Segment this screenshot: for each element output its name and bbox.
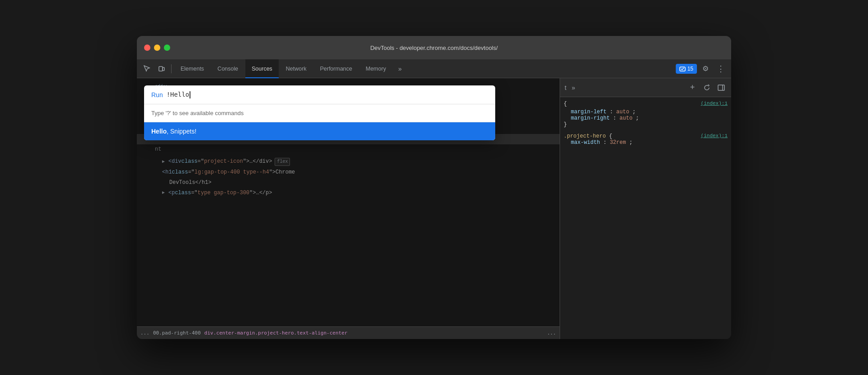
tab-console[interactable]: Console xyxy=(211,59,244,78)
text-cursor xyxy=(190,91,190,98)
svg-rect-1 xyxy=(163,67,164,71)
svg-rect-0 xyxy=(159,67,163,71)
toolbar-divider xyxy=(171,64,172,73)
traffic-lights xyxy=(144,45,170,51)
toolbar-right: 15 ⚙ ⋮ xyxy=(676,62,728,76)
titlebar: DevTools - developer.chrome.com/docs/dev… xyxy=(137,36,731,59)
window-title: DevTools - developer.chrome.com/docs/dev… xyxy=(370,45,497,51)
command-input[interactable]: !Hello xyxy=(167,91,488,98)
command-input-row: Run !Hello xyxy=(144,85,495,104)
breadcrumb-item-2[interactable]: div.center-margin.project-hero.text-alig… xyxy=(204,330,348,336)
command-result-item[interactable]: Hello , Snippets! xyxy=(144,122,495,140)
refresh-style-icon[interactable] xyxy=(701,81,713,94)
css-source-1[interactable]: (index):1 xyxy=(701,101,728,106)
add-style-icon[interactable]: + xyxy=(686,81,699,94)
main-content: ▶ <div betw top- ▼ <div d-ri … xyxy=(137,78,731,339)
devtools-window: DevTools - developer.chrome.com/docs/dev… xyxy=(137,36,731,339)
tab-performance[interactable]: Performance xyxy=(314,59,359,78)
css-prop-margin-right: margin-right xyxy=(564,115,610,121)
run-label: Run xyxy=(151,91,163,98)
result-bold: Hello xyxy=(151,128,167,135)
tab-sources[interactable]: Sources xyxy=(245,59,279,78)
more-tabs-button[interactable]: » xyxy=(393,62,407,76)
settings-icon[interactable]: ⚙ xyxy=(699,62,712,76)
right-panel: t » + { xyxy=(560,78,731,339)
minimize-button[interactable] xyxy=(154,45,160,51)
result-rest: , Snippets! xyxy=(167,128,196,135)
breadcrumb-end-dots: ... xyxy=(547,330,556,336)
left-panel: ▶ <div betw top- ▼ <div d-ri … xyxy=(137,78,560,339)
css-prop-max-width: max-width xyxy=(564,139,600,146)
breadcrumb-dots: ... xyxy=(140,330,149,336)
breadcrumb-item-1[interactable]: 00.pad-right-400 xyxy=(153,330,201,336)
sidebar-close-icon[interactable] xyxy=(715,81,728,94)
css-rule-1: { (index):1 margin-left : auto ; margin-… xyxy=(564,101,728,128)
styles-content: { (index):1 margin-left : auto ; margin-… xyxy=(560,97,731,339)
command-overlay: Run !Hello Type '?' to see available com… xyxy=(137,78,560,326)
right-toolbar: t » + xyxy=(560,78,731,97)
tab-elements[interactable]: Elements xyxy=(174,59,210,78)
breadcrumb-bar: ... 00.pad-right-400 div.center-margin.p… xyxy=(137,326,560,339)
svg-rect-3 xyxy=(718,85,724,90)
console-badge-button[interactable]: 15 xyxy=(676,64,697,74)
command-hint: Type '?' to see available commands xyxy=(144,104,495,122)
more-options-icon[interactable]: ⋮ xyxy=(714,62,728,76)
close-button[interactable] xyxy=(144,45,150,51)
css-rule-2: .project-hero { (index):1 max-width : 32… xyxy=(564,133,728,146)
device-toggle-icon[interactable] xyxy=(155,62,168,76)
css-selector-2: .project-hero xyxy=(564,133,609,139)
css-prop-margin-left: margin-left xyxy=(564,109,606,115)
maximize-button[interactable] xyxy=(164,45,170,51)
command-box: Run !Hello Type '?' to see available com… xyxy=(144,85,495,140)
more-tabs-right-icon[interactable]: t » xyxy=(564,81,576,94)
tab-memory[interactable]: Memory xyxy=(359,59,392,78)
tab-bar: Elements Console Sources Network Perform… xyxy=(137,59,731,78)
css-source-2[interactable]: (index):1 xyxy=(701,133,728,138)
tab-network[interactable]: Network xyxy=(280,59,313,78)
inspect-icon[interactable] xyxy=(140,62,154,76)
